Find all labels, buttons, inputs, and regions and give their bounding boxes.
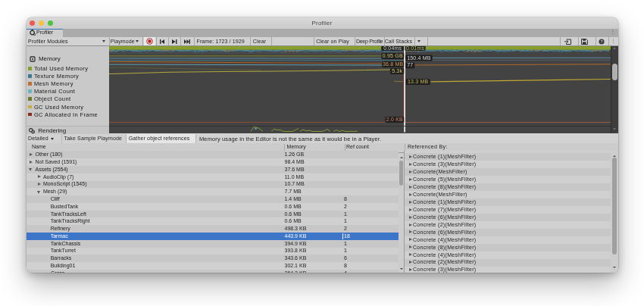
svg-text:77: 77 xyxy=(407,63,413,68)
svg-text:36.8 MB: 36.8 MB xyxy=(382,61,403,67)
svg-text:150.4 MB: 150.4 MB xyxy=(407,55,431,61)
svg-text:2.0 KB: 2.0 KB xyxy=(386,117,402,122)
svg-text:0.01ms: 0.01ms xyxy=(406,46,424,51)
svg-text:0.95 GB: 0.95 GB xyxy=(382,53,402,58)
svg-text:13.3 MB: 13.3 MB xyxy=(407,80,428,85)
svg-text:5.3k: 5.3k xyxy=(392,68,402,73)
svg-text:0.04ms: 0.04ms xyxy=(383,46,402,51)
svg-text:?: ? xyxy=(600,39,602,44)
